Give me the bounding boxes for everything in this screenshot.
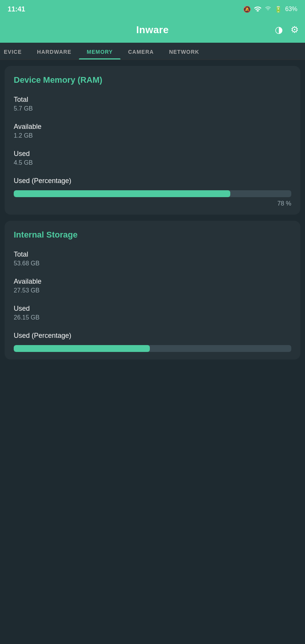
- notifications-off-icon: 🔕: [243, 6, 251, 13]
- ram-card-title: Device Memory (RAM): [14, 75, 291, 85]
- tab-camera[interactable]: CAMERA: [120, 43, 161, 59]
- wifi-icon: [254, 5, 262, 13]
- storage-progress-section: Used (Percentage): [14, 332, 291, 352]
- storage-used-label: Used: [14, 305, 291, 313]
- status-icons: 🔕 🔋 63%: [243, 5, 297, 13]
- storage-progress-bar-bg: [14, 345, 291, 352]
- ram-total-value: 5.7 GB: [14, 105, 291, 112]
- ram-progress-percentage: 78 %: [14, 200, 291, 207]
- header-actions: ◑ ⚙: [275, 24, 299, 35]
- ram-used: Used 4.5 GB: [14, 150, 291, 166]
- storage-total: Total 53.68 GB: [14, 251, 291, 267]
- signal-icon: [265, 5, 271, 13]
- tab-memory[interactable]: MEMORY: [79, 43, 120, 59]
- ram-total-label: Total: [14, 96, 291, 104]
- storage-card: Internal Storage Total 53.68 GB Availabl…: [5, 221, 300, 360]
- settings-icon[interactable]: ⚙: [291, 24, 299, 35]
- storage-used-value: 26.15 GB: [14, 314, 291, 321]
- ram-progress-label: Used (Percentage): [14, 177, 291, 185]
- storage-used: Used 26.15 GB: [14, 305, 291, 321]
- battery-percentage: 63%: [285, 6, 297, 13]
- tab-bar: EVICE HARDWARE MEMORY CAMERA NETWORK: [0, 43, 305, 60]
- storage-available-value: 27.53 GB: [14, 287, 291, 294]
- ram-available: Available 1.2 GB: [14, 123, 291, 139]
- ram-available-label: Available: [14, 123, 291, 131]
- ram-available-value: 1.2 GB: [14, 132, 291, 139]
- ram-progress-section: Used (Percentage) 78 %: [14, 177, 291, 207]
- tab-device[interactable]: EVICE: [0, 43, 29, 59]
- ram-total: Total 5.7 GB: [14, 96, 291, 112]
- ram-used-label: Used: [14, 150, 291, 158]
- storage-total-label: Total: [14, 251, 291, 259]
- ram-progress-bar-fill: [14, 190, 230, 197]
- storage-progress-label: Used (Percentage): [14, 332, 291, 340]
- battery-icon: 🔋: [274, 6, 282, 13]
- theme-toggle-icon[interactable]: ◑: [275, 24, 283, 35]
- ram-used-value: 4.5 GB: [14, 159, 291, 166]
- ram-card: Device Memory (RAM) Total 5.7 GB Availab…: [5, 66, 300, 215]
- storage-total-value: 53.68 GB: [14, 260, 291, 267]
- ram-progress-bar-bg: [14, 190, 291, 197]
- app-title: Inware: [136, 24, 169, 36]
- status-time: 11:41: [8, 5, 25, 13]
- header: Inware ◑ ⚙: [0, 18, 305, 43]
- tab-network[interactable]: NETWORK: [161, 43, 207, 59]
- storage-available: Available 27.53 GB: [14, 278, 291, 294]
- storage-card-title: Internal Storage: [14, 230, 291, 240]
- storage-progress-bar-fill: [14, 345, 150, 352]
- tab-hardware[interactable]: HARDWARE: [29, 43, 79, 59]
- status-bar: 11:41 🔕 🔋 63%: [0, 0, 305, 18]
- main-content: Device Memory (RAM) Total 5.7 GB Availab…: [0, 60, 305, 366]
- storage-available-label: Available: [14, 278, 291, 286]
